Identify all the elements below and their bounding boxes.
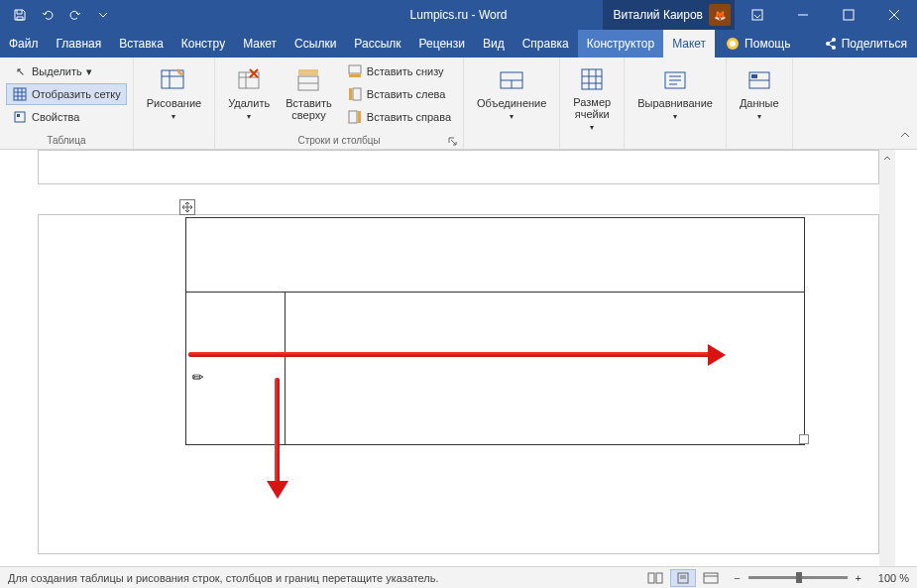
- chevron-down-icon: ▾: [673, 112, 677, 121]
- chevron-down-icon: ▾: [86, 65, 92, 78]
- insert-above-icon: [292, 65, 324, 94]
- chevron-down-icon: ▾: [247, 112, 251, 121]
- svg-rect-54: [704, 573, 718, 583]
- scroll-up-icon[interactable]: [879, 150, 895, 166]
- insert-below-icon: [347, 63, 363, 79]
- group-rows-columns: Удалить ▾ Вставить сверху Вставить снизу…: [215, 58, 464, 149]
- tell-me-button[interactable]: Помощь: [715, 30, 800, 58]
- svg-rect-18: [17, 114, 20, 117]
- view-mode-buttons: [642, 569, 724, 587]
- insert-below-button[interactable]: Вставить снизу: [341, 60, 457, 82]
- group-table-label: Таблица: [0, 135, 133, 146]
- page[interactable]: ✎: [38, 214, 879, 554]
- zoom-controls: − + 100 %: [734, 572, 909, 584]
- data-icon: [744, 65, 775, 94]
- draw-table-button[interactable]: Рисование ▾: [140, 60, 208, 126]
- zoom-in-button[interactable]: +: [856, 572, 861, 584]
- insert-left-button[interactable]: Вставить слева: [341, 83, 457, 105]
- read-mode-button[interactable]: [642, 569, 668, 587]
- tab-home[interactable]: Главная: [48, 30, 111, 58]
- close-button[interactable]: [871, 0, 917, 30]
- vertical-scrollbar[interactable]: [879, 150, 895, 566]
- redo-button[interactable]: [63, 3, 87, 27]
- ribbon: ↖Выделить▾ Отобразить сетку Свойства Таб…: [0, 58, 917, 150]
- statusbar: Для создания таблицы и рисования строк, …: [0, 566, 917, 588]
- alignment-icon: [659, 65, 691, 94]
- group-rows-cols-label: Строки и столбцы: [215, 135, 463, 146]
- undo-button[interactable]: [36, 3, 59, 27]
- properties-button[interactable]: Свойства: [6, 106, 127, 128]
- tab-table-layout[interactable]: Макет: [663, 30, 715, 58]
- chevron-down-icon: ▾: [172, 112, 175, 121]
- insert-right-button[interactable]: Вставить справа: [341, 106, 457, 128]
- svg-rect-47: [751, 74, 757, 78]
- table-resize-handle[interactable]: [799, 434, 809, 444]
- svg-rect-30: [353, 88, 361, 100]
- svg-rect-37: [582, 69, 602, 89]
- svg-rect-31: [349, 88, 352, 100]
- group-cell-size: Размер ячейки ▾: [560, 58, 625, 149]
- save-button[interactable]: [8, 3, 32, 27]
- delete-button[interactable]: Удалить ▾: [221, 60, 277, 126]
- titlebar: Lumpics.ru - Word Виталий Каиров 🦊: [0, 0, 917, 30]
- alignment-button[interactable]: Выравнивание ▾: [630, 60, 720, 126]
- minimize-button[interactable]: [780, 0, 826, 30]
- zoom-level[interactable]: 100 %: [869, 572, 909, 584]
- chevron-down-icon: ▾: [757, 112, 761, 121]
- print-layout-button[interactable]: [670, 569, 696, 587]
- draw-table-icon: [158, 65, 189, 94]
- quick-access-toolbar: [0, 3, 115, 27]
- zoom-slider-thumb[interactable]: [796, 572, 802, 583]
- share-label: Поделиться: [842, 37, 907, 51]
- svg-rect-50: [656, 573, 662, 583]
- tab-design[interactable]: Констру: [172, 30, 234, 58]
- tab-help[interactable]: Справка: [514, 30, 578, 58]
- data-button[interactable]: Данные ▾: [733, 60, 786, 126]
- delete-icon: [233, 65, 265, 94]
- tab-view[interactable]: Вид: [474, 30, 514, 58]
- chevron-down-icon: ▾: [510, 112, 514, 121]
- svg-rect-32: [349, 111, 357, 123]
- tab-mailings[interactable]: Рассылк: [345, 30, 409, 58]
- user-account[interactable]: Виталий Каиров 🦊: [603, 0, 735, 30]
- tab-references[interactable]: Ссылки: [286, 30, 345, 58]
- user-avatar-icon: 🦊: [709, 4, 731, 26]
- qat-customize-icon[interactable]: [91, 3, 115, 27]
- insert-above-button[interactable]: Вставить сверху: [279, 60, 339, 126]
- group-draw: Рисование ▾: [134, 58, 215, 149]
- share-button[interactable]: Поделиться: [814, 30, 917, 58]
- table-move-handle[interactable]: [179, 199, 195, 215]
- ribbon-tabs: Файл Главная Вставка Констру Макет Ссылк…: [0, 30, 917, 58]
- annotation-arrow-horizontal: [188, 350, 724, 360]
- svg-line-10: [829, 41, 833, 43]
- maximize-button[interactable]: [826, 0, 871, 30]
- tab-table-design[interactable]: Конструктор: [578, 30, 663, 58]
- cursor-icon: ↖: [12, 63, 28, 79]
- cell-size-icon: [576, 65, 608, 93]
- tab-review[interactable]: Рецензи: [410, 30, 474, 58]
- properties-icon: [12, 109, 28, 125]
- insert-right-icon: [347, 109, 363, 125]
- svg-rect-2: [844, 10, 854, 20]
- tab-layout[interactable]: Макет: [234, 30, 286, 58]
- group-data: Данные ▾: [727, 58, 793, 149]
- zoom-slider[interactable]: [748, 576, 848, 579]
- tab-insert[interactable]: Вставка: [110, 30, 172, 58]
- collapse-ribbon-icon[interactable]: [899, 127, 911, 145]
- zoom-out-button[interactable]: −: [734, 572, 740, 584]
- svg-rect-49: [648, 573, 654, 583]
- select-button[interactable]: ↖Выделить▾: [6, 60, 127, 82]
- annotation-arrow-vertical: [273, 378, 283, 497]
- dialog-launcher-icon[interactable]: [448, 133, 460, 145]
- group-merge: Объединение ▾: [464, 58, 560, 149]
- previous-page-edge: [38, 150, 879, 184]
- merge-button[interactable]: Объединение ▾: [470, 60, 553, 126]
- view-gridlines-button[interactable]: Отобразить сетку: [6, 83, 127, 105]
- chevron-down-icon: ▾: [590, 123, 594, 132]
- web-layout-button[interactable]: [698, 569, 724, 587]
- grid-icon: [12, 86, 28, 102]
- tab-file[interactable]: Файл: [0, 30, 48, 58]
- ribbon-options-button[interactable]: [735, 0, 780, 30]
- cell-size-button[interactable]: Размер ячейки ▾: [566, 60, 618, 126]
- status-message: Для создания таблицы и рисования строк, …: [8, 572, 642, 584]
